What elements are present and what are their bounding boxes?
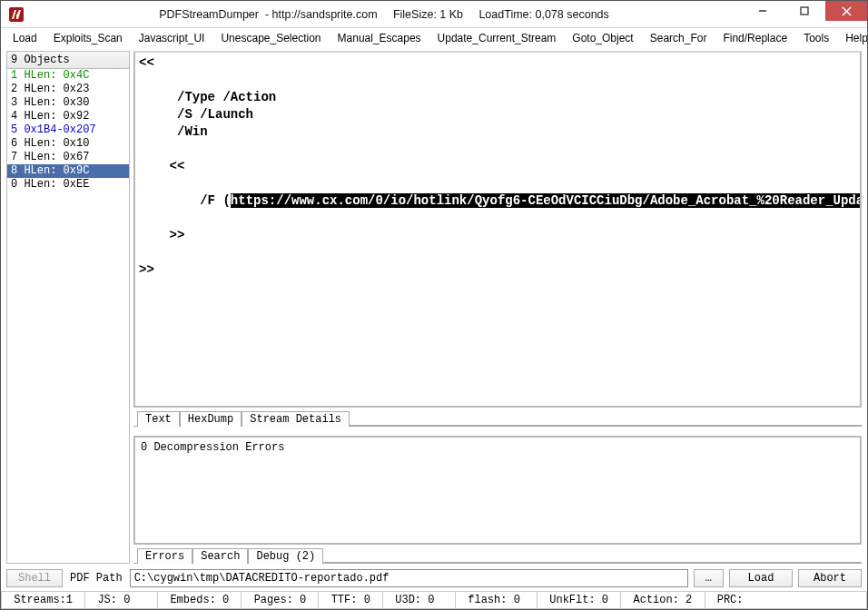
menu-load[interactable]: Load [5,30,45,46]
object-row[interactable]: 4 HLen: 0x92 [7,110,129,123]
menu-search-for[interactable]: Search_For [642,30,715,46]
status-segment: Action: 2 [621,592,705,609]
menu-help-videos[interactable]: Help_Videos [837,30,868,46]
lower-area: 0 Decompression Errors Errors Search Deb… [133,436,862,564]
status-segment: PRC: [705,592,868,609]
objects-panel: 9 Objects 1 HLen: 0x4C2 HLen: 0x233 HLen… [6,51,130,564]
status-segment: Embeds: 0 [158,592,242,609]
status-segment: UnkFlt: 0 [538,592,621,609]
object-row[interactable]: 6 HLen: 0x10 [7,137,129,151]
upper-area: 9 Objects 1 HLen: 0x4C2 HLen: 0x233 HLen… [6,51,862,564]
menu-javascript-ui[interactable]: Javascript_UI [131,30,213,46]
tab-stream-details[interactable]: Stream Details [242,411,350,427]
menu-find-replace[interactable]: Find/Replace [715,30,795,46]
menu-update-current-stream[interactable]: Update_Current_Stream [429,30,565,46]
object-row[interactable]: 8 HLen: 0x9C [7,164,129,178]
tab-search[interactable]: Search [192,548,248,564]
menubar: Load Exploits_Scan Javascript_UI Unescap… [1,28,867,48]
objects-list[interactable]: 1 HLen: 0x4C2 HLen: 0x233 HLen: 0x304 HL… [6,69,130,564]
stream-highlight: https://www.cx.com/0/io/hotlink/Qyofg6-C… [231,193,862,208]
tab-fill-lower [323,562,862,563]
tab-hexdump[interactable]: HexDump [180,411,242,427]
tab-text[interactable]: Text [137,411,180,427]
status-segment: Streams:1 [1,592,85,609]
status-segment: JS: 0 [85,592,158,609]
menu-exploits-scan[interactable]: Exploits_Scan [45,30,131,46]
menu-manual-escapes[interactable]: Manual_Escapes [330,30,429,46]
browse-button[interactable]: … [694,569,724,587]
svg-rect-0 [9,7,24,22]
path-input[interactable] [130,569,688,587]
status-segment: flash: 0 [456,592,538,609]
tab-debug[interactable]: Debug (2) [248,548,323,564]
minimize-button[interactable] [742,1,784,21]
statusbar: Streams:1 JS: 0 Embeds: 0 Pages: 0 TTF: … [1,591,867,609]
lower-tabs: Errors Search Debug (2) [133,544,862,564]
stream-text[interactable]: << /Type /Action /S /Launch /Win << /F (… [137,54,858,279]
app-body: 9 Objects 1 HLen: 0x4C2 HLen: 0x233 HLen… [1,48,867,591]
titlebar: PDFStreamDumper - http://sandsprite.com … [1,1,867,28]
menu-tools[interactable]: Tools [795,30,837,46]
object-row[interactable]: 1 HLen: 0x4C [7,69,129,83]
svg-rect-2 [801,7,808,15]
menu-unescape-selection[interactable]: Unescape_Selection [212,30,329,46]
status-segment: Pages: 0 [242,592,319,609]
errors-box[interactable]: 0 Decompression Errors [133,436,862,545]
object-row[interactable]: 7 HLen: 0x67 [7,151,129,164]
object-row[interactable]: 3 HLen: 0x30 [7,96,129,110]
shell-button[interactable]: Shell [6,569,63,587]
tab-fill [350,425,862,426]
load-button[interactable]: Load [729,569,793,587]
object-row[interactable]: 2 HLen: 0x23 [7,83,129,96]
stream-text-area[interactable]: << /Type /Action /S /Launch /Win << /F (… [133,51,862,408]
object-row[interactable]: 5 0x1B4-0x207 [7,123,129,137]
stream-pre: << /Type /Action /S /Launch /Win << /F ( [139,55,276,208]
window-title: PDFStreamDumper - http://sandsprite.com … [26,8,742,21]
maximize-button[interactable] [784,1,825,21]
content-panel: << /Type /Action /S /Launch /Win << /F (… [133,51,862,564]
menu-goto-object[interactable]: Goto_Object [564,30,641,46]
status-segment: TTF: 0 [319,592,383,609]
object-row[interactable]: 0 HLen: 0xEE [7,178,129,192]
close-button[interactable] [825,1,867,21]
main-tabs: Text HexDump Stream Details [133,407,862,427]
tab-errors[interactable]: Errors [137,548,192,564]
path-label: PDF Path [68,572,124,585]
path-row: Shell PDF Path … Load Abort [6,569,862,587]
status-segment: U3D: 0 [383,592,456,609]
objects-header[interactable]: 9 Objects [6,51,130,69]
abort-button[interactable]: Abort [798,569,862,587]
app-icon [6,5,26,25]
window-controls [742,1,867,27]
